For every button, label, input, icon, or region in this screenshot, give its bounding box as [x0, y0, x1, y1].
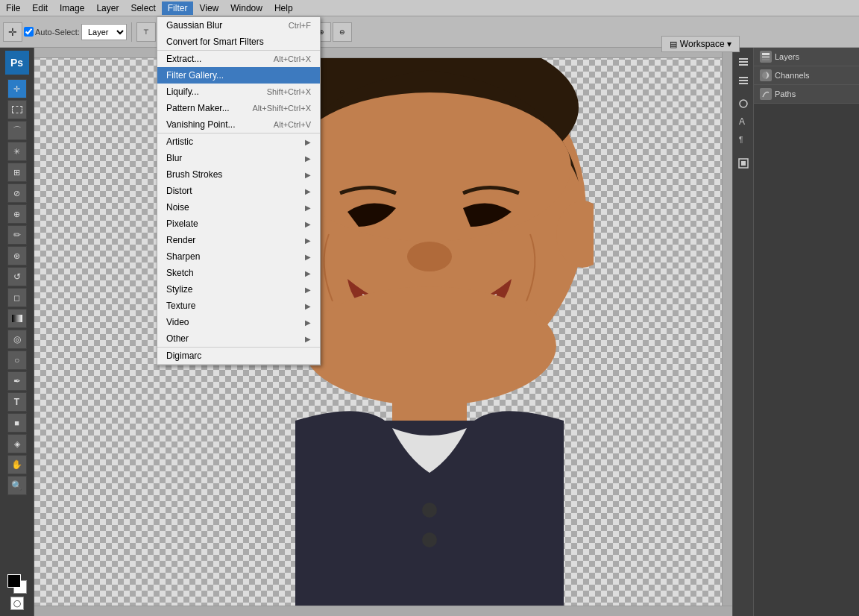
heal-tool[interactable]: ⊕ — [7, 204, 27, 224]
canvas-area — [34, 48, 732, 616]
clone-icon: ⊛ — [13, 251, 20, 261]
lasso-tool[interactable]: ⌒ — [7, 121, 27, 140]
texture-item[interactable]: Texture ▶ — [157, 298, 320, 314]
clone-tool[interactable]: ⊛ — [7, 246, 27, 265]
sketch-arrow: ▶ — [305, 269, 311, 277]
svg-point-10 — [422, 532, 437, 547]
sketch-item[interactable]: Sketch ▶ — [157, 265, 320, 281]
magic-wand-tool[interactable]: ✳ — [7, 142, 27, 161]
auto-select-checkbox[interactable] — [24, 27, 34, 37]
distort-item[interactable]: Distort ▶ — [157, 183, 320, 199]
sharpen-item[interactable]: Sharpen ▶ — [157, 248, 320, 265]
text-tool[interactable]: T — [7, 392, 27, 412]
vertical-scrollbar[interactable] — [722, 48, 732, 606]
menu-window[interactable]: Window — [224, 1, 268, 15]
zoom-icon: 🔍 — [11, 480, 22, 491]
panel-icon-6[interactable] — [735, 155, 752, 172]
distribute-btn-4[interactable]: ⊖ — [333, 22, 352, 42]
pattern-maker-label: Pattern Maker... — [166, 103, 230, 113]
artistic-label: Artistic — [166, 136, 193, 147]
channels-tab-icon — [760, 69, 772, 81]
filter-gallery-item[interactable]: Filter Gallery... — [157, 67, 320, 84]
panel-content: Layers Channels Paths — [754, 48, 859, 616]
quick-mask-btn[interactable]: ◯ — [10, 597, 24, 610]
extract-item[interactable]: Extract... Alt+Ctrl+X — [157, 51, 320, 67]
stylize-arrow: ▶ — [305, 286, 311, 294]
menu-file[interactable]: File — [0, 1, 26, 15]
pattern-maker-item[interactable]: Pattern Maker... Alt+Shift+Ctrl+X — [157, 100, 320, 116]
filter-dropdown-menu: Gaussian Blur Ctrl+F Convert for Smart F… — [157, 16, 321, 365]
svg-rect-24 — [762, 59, 770, 60]
artistic-item[interactable]: Artistic ▶ — [157, 133, 320, 150]
liquify-item[interactable]: Liquify... Shift+Ctrl+X — [157, 84, 320, 100]
texture-label: Texture — [166, 301, 195, 311]
hand-icon: ✋ — [11, 459, 22, 470]
horizontal-scrollbar[interactable] — [34, 606, 732, 616]
gradient-tool[interactable] — [7, 309, 27, 328]
other-item[interactable]: Other ▶ — [157, 330, 320, 347]
panel-icon-4[interactable]: A — [735, 113, 752, 130]
align-btn-1[interactable]: ⊤ — [136, 22, 156, 42]
auto-select-label: Auto-Select: — [35, 28, 80, 37]
blur-item[interactable]: Blur ▶ — [157, 150, 320, 166]
filter-menu-bottom-section: Digimarc — [157, 348, 320, 365]
vanishing-point-shortcut: Alt+Ctrl+V — [274, 120, 311, 129]
noise-item[interactable]: Noise ▶ — [157, 199, 320, 216]
zoom-tool[interactable]: 🔍 — [7, 476, 27, 495]
panel-icon-3[interactable] — [735, 95, 752, 112]
brush-tool[interactable]: ✏ — [7, 225, 27, 245]
menu-select[interactable]: Select — [125, 1, 161, 15]
vanishing-point-item[interactable]: Vanishing Point... Alt+Ctrl+V — [157, 116, 320, 133]
menu-filter[interactable]: Filter — [162, 1, 194, 15]
crop-icon: ⊞ — [13, 168, 20, 177]
distort-arrow: ▶ — [305, 187, 311, 195]
stylize-item[interactable]: Stylize ▶ — [157, 281, 320, 298]
paths-tab[interactable]: Paths — [754, 85, 859, 104]
move-tool[interactable] — [7, 79, 27, 98]
dodge-tool[interactable]: ○ — [7, 351, 27, 370]
shape-tool[interactable]: ■ — [7, 413, 27, 433]
canvas-background — [34, 48, 732, 616]
svg-point-3 — [407, 242, 452, 271]
menu-image[interactable]: Image — [54, 1, 90, 15]
3d-icon: ◈ — [14, 439, 20, 449]
svg-rect-15 — [739, 80, 748, 81]
select-rect-tool[interactable] — [7, 100, 27, 119]
3d-tool[interactable]: ◈ — [7, 434, 27, 453]
liquify-shortcut: Shift+Ctrl+X — [267, 87, 311, 96]
menu-view[interactable]: View — [193, 1, 224, 15]
panel-icon-strip: A ¶ — [733, 48, 754, 616]
auto-select-dropdown[interactable]: Layer Group — [81, 24, 127, 40]
panel-icon-1[interactable] — [735, 54, 752, 70]
video-item[interactable]: Video ▶ — [157, 314, 320, 330]
channels-tab[interactable]: Channels — [754, 66, 859, 85]
distort-label: Distort — [166, 186, 192, 196]
history-brush-tool[interactable]: ↺ — [7, 267, 27, 286]
menu-layer[interactable]: Layer — [90, 1, 125, 15]
panel-icon-2[interactable] — [735, 72, 752, 88]
pixelate-item[interactable]: Pixelate ▶ — [157, 216, 320, 232]
workspace-button[interactable]: ▤ Workspace ▾ — [661, 36, 740, 52]
render-item[interactable]: Render ▶ — [157, 232, 320, 248]
brush-strokes-item[interactable]: Brush Strokes ▶ — [157, 166, 320, 183]
pixelate-arrow: ▶ — [305, 220, 311, 228]
panel-icon-5[interactable]: ¶ — [735, 131, 752, 148]
eraser-tool[interactable]: ◻ — [7, 288, 27, 307]
stylize-label: Stylize — [166, 284, 192, 295]
hand-tool[interactable]: ✋ — [7, 455, 27, 474]
convert-smart-filters-item[interactable]: Convert for Smart Filters — [157, 34, 320, 50]
digimarc-item[interactable]: Digimarc — [157, 348, 320, 364]
eyedropper-tool[interactable]: ⊘ — [7, 183, 27, 203]
toolbar-sep-1 — [131, 22, 132, 42]
blur-tool[interactable]: ◎ — [7, 330, 27, 349]
foreground-color[interactable] — [7, 574, 21, 588]
crop-tool[interactable]: ⊞ — [7, 163, 27, 182]
pen-tool[interactable]: ✒ — [7, 371, 27, 391]
layers-tab[interactable]: Layers — [754, 48, 859, 66]
gaussian-blur-item[interactable]: Gaussian Blur Ctrl+F — [157, 17, 320, 34]
move-tool-options[interactable]: ✛ — [3, 22, 22, 42]
menu-help[interactable]: Help — [268, 1, 299, 15]
menu-edit[interactable]: Edit — [26, 1, 54, 15]
foreground-background-colors[interactable] — [7, 574, 27, 594]
noise-arrow: ▶ — [305, 204, 311, 212]
